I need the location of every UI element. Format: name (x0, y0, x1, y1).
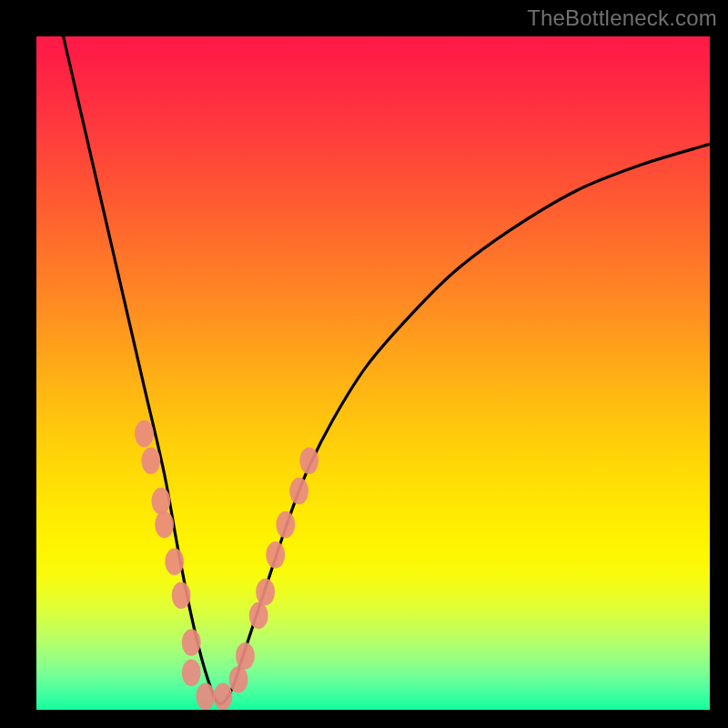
chart-frame: TheBottleneck.com (0, 0, 728, 728)
watermark-text: TheBottleneck.com (527, 5, 717, 31)
curve-layer (36, 36, 710, 710)
curve-marker (229, 666, 248, 693)
curve-marker (256, 579, 275, 606)
curve-marker (141, 447, 160, 474)
bottleneck-curve (64, 36, 710, 703)
curve-marker (299, 447, 318, 474)
curve-marker (152, 488, 171, 515)
curve-marker (135, 420, 154, 448)
curve-marker (249, 602, 268, 630)
curve-marker (172, 581, 191, 609)
curve-marker (196, 682, 215, 710)
curve-marker (182, 629, 201, 656)
curve-marker (214, 682, 233, 710)
curve-marker (276, 511, 295, 539)
curve-marker (236, 642, 255, 670)
curve-marker (182, 660, 201, 687)
curve-marker (165, 548, 184, 575)
curve-marker (266, 541, 285, 569)
plot-area (36, 36, 710, 710)
curve-marker (155, 511, 174, 539)
curve-marker (289, 478, 308, 505)
